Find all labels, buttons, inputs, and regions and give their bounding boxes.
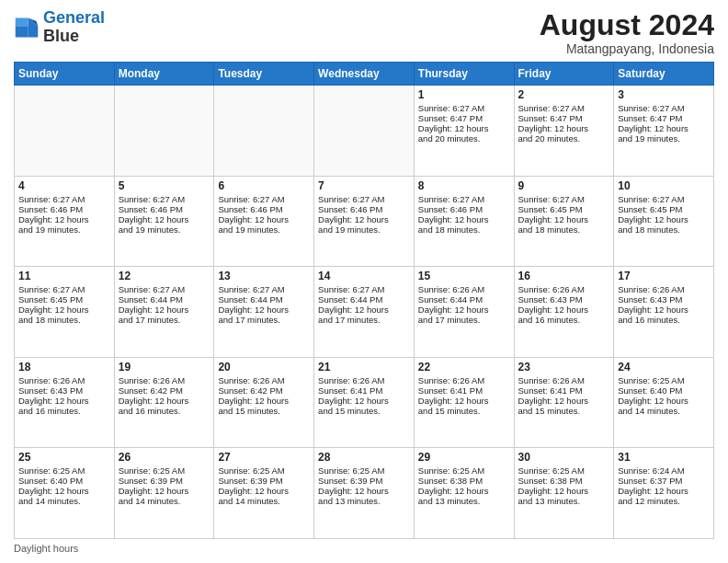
day-number: 6 bbox=[218, 179, 310, 192]
day-info-line: and 19 minutes. bbox=[218, 224, 310, 235]
day-info-line: Sunset: 6:44 PM bbox=[119, 294, 210, 304]
calendar-cell: 21Sunrise: 6:26 AMSunset: 6:41 PMDayligh… bbox=[314, 357, 415, 448]
day-info-line: Sunset: 6:46 PM bbox=[18, 204, 110, 214]
header: General Blue August 2024 Matangpayang, I… bbox=[14, 9, 714, 56]
day-info-line: Daylight: 12 hours bbox=[618, 486, 710, 496]
day-number: 17 bbox=[618, 270, 710, 282]
day-info-line: Sunset: 6:40 PM bbox=[18, 476, 110, 486]
day-info-line: and 15 minutes. bbox=[318, 406, 410, 416]
calendar-cell: 28Sunrise: 6:25 AMSunset: 6:39 PMDayligh… bbox=[314, 448, 415, 539]
day-info-line: and 12 minutes. bbox=[618, 496, 710, 506]
calendar-cell bbox=[114, 86, 214, 177]
day-info-line: Sunset: 6:46 PM bbox=[119, 204, 210, 214]
day-info-line: Sunset: 6:41 PM bbox=[318, 385, 410, 396]
day-info-line: Daylight: 12 hours bbox=[18, 486, 110, 496]
day-number: 9 bbox=[518, 179, 610, 192]
day-number: 7 bbox=[318, 179, 410, 192]
day-info-line: Daylight: 12 hours bbox=[18, 214, 110, 224]
day-info-line: Sunset: 6:43 PM bbox=[18, 385, 110, 396]
calendar-cell: 2Sunrise: 6:27 AMSunset: 6:47 PMDaylight… bbox=[514, 86, 614, 177]
day-info-line: and 15 minutes. bbox=[518, 406, 610, 416]
calendar-cell: 15Sunrise: 6:26 AMSunset: 6:44 PMDayligh… bbox=[414, 267, 514, 358]
day-info-line: Sunrise: 6:27 AM bbox=[119, 284, 210, 294]
day-info-line: Sunset: 6:39 PM bbox=[119, 476, 210, 486]
day-number: 13 bbox=[218, 270, 310, 282]
logo-icon bbox=[14, 15, 40, 40]
calendar-cell: 9Sunrise: 6:27 AMSunset: 6:45 PMDaylight… bbox=[514, 176, 614, 267]
day-number: 14 bbox=[318, 270, 410, 282]
month-year: August 2024 bbox=[540, 9, 714, 41]
day-info-line: Sunset: 6:38 PM bbox=[418, 476, 510, 486]
day-number: 11 bbox=[18, 270, 110, 282]
day-info-line: Sunrise: 6:26 AM bbox=[418, 375, 510, 385]
day-info-line: Sunrise: 6:26 AM bbox=[518, 375, 610, 385]
calendar-cell: 5Sunrise: 6:27 AMSunset: 6:46 PMDaylight… bbox=[114, 176, 214, 267]
day-number: 30 bbox=[518, 451, 610, 464]
calendar-cell: 14Sunrise: 6:27 AMSunset: 6:44 PMDayligh… bbox=[314, 267, 415, 358]
calendar-cell bbox=[15, 86, 115, 177]
day-info-line: Sunset: 6:40 PM bbox=[618, 385, 710, 396]
day-info-line: Daylight: 12 hours bbox=[418, 214, 510, 224]
calendar-cell: 20Sunrise: 6:26 AMSunset: 6:42 PMDayligh… bbox=[214, 357, 314, 448]
day-info-line: and 20 minutes. bbox=[518, 133, 610, 144]
day-info-line: and 15 minutes. bbox=[218, 406, 310, 416]
day-info-line: Sunrise: 6:26 AM bbox=[18, 375, 110, 385]
day-info-line: Sunset: 6:38 PM bbox=[518, 476, 610, 486]
day-info-line: and 17 minutes. bbox=[119, 315, 210, 325]
day-info-line: Daylight: 12 hours bbox=[318, 304, 410, 315]
day-info-line: Sunrise: 6:27 AM bbox=[618, 194, 710, 204]
day-info-line: Sunset: 6:39 PM bbox=[318, 476, 410, 486]
logo-line1: General bbox=[43, 8, 105, 27]
day-info-line: and 19 minutes. bbox=[119, 224, 210, 235]
day-info-line: Sunrise: 6:27 AM bbox=[418, 194, 510, 204]
calendar-week-0: 1Sunrise: 6:27 AMSunset: 6:47 PMDaylight… bbox=[15, 86, 714, 177]
day-info-line: Daylight: 12 hours bbox=[119, 214, 210, 224]
day-number: 2 bbox=[518, 88, 610, 101]
day-info-line: Sunset: 6:43 PM bbox=[618, 294, 710, 304]
day-info-line: Daylight: 12 hours bbox=[618, 396, 710, 406]
day-info-line: Daylight: 12 hours bbox=[518, 486, 610, 496]
day-info-line: Sunset: 6:45 PM bbox=[618, 204, 710, 214]
calendar-cell: 12Sunrise: 6:27 AMSunset: 6:44 PMDayligh… bbox=[114, 267, 214, 358]
day-info-line: Sunrise: 6:27 AM bbox=[18, 194, 110, 204]
day-number: 5 bbox=[119, 179, 210, 192]
day-info-line: Sunset: 6:43 PM bbox=[518, 294, 610, 304]
day-info-line: Daylight: 12 hours bbox=[119, 486, 210, 496]
calendar-table: SundayMondayTuesdayWednesdayThursdayFrid… bbox=[14, 62, 714, 539]
day-info-line: Daylight: 12 hours bbox=[418, 123, 510, 133]
day-info-line: Sunrise: 6:27 AM bbox=[318, 194, 410, 204]
day-info-line: Daylight: 12 hours bbox=[618, 214, 710, 224]
day-info-line: Sunset: 6:37 PM bbox=[618, 476, 710, 486]
day-info-line: and 20 minutes. bbox=[418, 133, 510, 144]
day-info-line: Sunrise: 6:26 AM bbox=[218, 375, 310, 385]
calendar-cell: 26Sunrise: 6:25 AMSunset: 6:39 PMDayligh… bbox=[114, 448, 214, 539]
day-info-line: Sunrise: 6:27 AM bbox=[618, 103, 710, 113]
day-info-line: and 16 minutes. bbox=[618, 315, 710, 325]
day-info-line: Sunrise: 6:27 AM bbox=[18, 284, 110, 294]
day-info-line: Daylight: 12 hours bbox=[518, 214, 610, 224]
calendar-cell: 10Sunrise: 6:27 AMSunset: 6:45 PMDayligh… bbox=[614, 176, 714, 267]
calendar-header-row: SundayMondayTuesdayWednesdayThursdayFrid… bbox=[15, 63, 714, 86]
day-info-line: and 18 minutes. bbox=[418, 224, 510, 235]
calendar-cell: 11Sunrise: 6:27 AMSunset: 6:45 PMDayligh… bbox=[15, 267, 115, 358]
day-info-line: and 13 minutes. bbox=[418, 496, 510, 506]
day-info-line: Daylight: 12 hours bbox=[218, 214, 310, 224]
calendar-header-wednesday: Wednesday bbox=[314, 63, 415, 86]
day-info-line: Sunset: 6:47 PM bbox=[618, 113, 710, 123]
calendar-cell: 29Sunrise: 6:25 AMSunset: 6:38 PMDayligh… bbox=[414, 448, 514, 539]
calendar-week-2: 11Sunrise: 6:27 AMSunset: 6:45 PMDayligh… bbox=[15, 267, 714, 358]
day-info-line: Daylight: 12 hours bbox=[518, 396, 610, 406]
day-info-line: and 14 minutes. bbox=[119, 496, 210, 506]
day-info-line: Sunset: 6:41 PM bbox=[418, 385, 510, 396]
calendar-cell: 4Sunrise: 6:27 AMSunset: 6:46 PMDaylight… bbox=[15, 176, 115, 267]
day-info-line: and 18 minutes. bbox=[518, 224, 610, 235]
day-info-line: Daylight: 12 hours bbox=[618, 123, 710, 133]
day-info-line: Sunset: 6:39 PM bbox=[218, 476, 310, 486]
calendar-week-4: 25Sunrise: 6:25 AMSunset: 6:40 PMDayligh… bbox=[15, 448, 714, 539]
day-info-line: and 13 minutes. bbox=[518, 496, 610, 506]
day-info-line: Sunrise: 6:27 AM bbox=[418, 103, 510, 113]
day-number: 20 bbox=[218, 361, 310, 373]
day-info-line: and 14 minutes. bbox=[218, 496, 310, 506]
day-info-line: Daylight: 12 hours bbox=[218, 396, 310, 406]
day-number: 15 bbox=[418, 270, 510, 282]
